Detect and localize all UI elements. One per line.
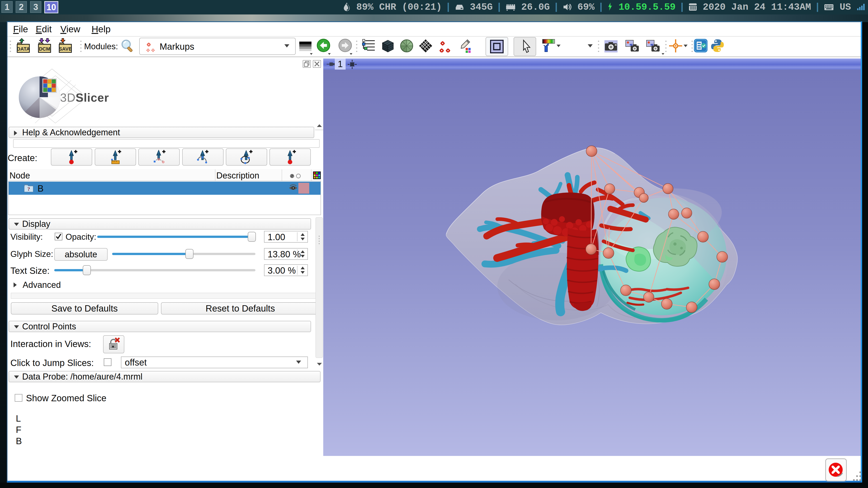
svg-text:DCM: DCM <box>39 46 50 52</box>
svg-text:SAVE: SAVE <box>59 46 72 52</box>
svg-text:DATA: DATA <box>17 46 30 52</box>
svg-text:?: ? <box>27 186 30 192</box>
